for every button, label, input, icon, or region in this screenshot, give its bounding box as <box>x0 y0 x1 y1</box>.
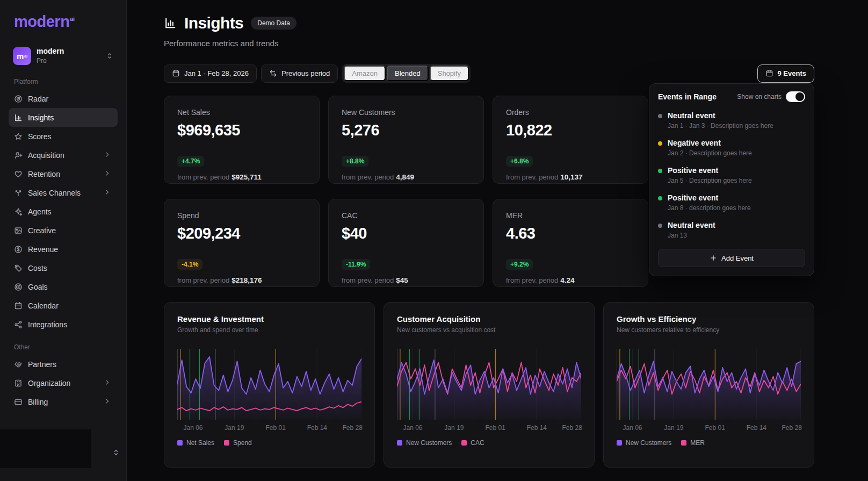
sidebar-item-label: Scores <box>28 132 52 141</box>
x-axis-tick: Jan 06 <box>623 424 642 432</box>
legend-item: MER <box>681 439 705 447</box>
share-icon <box>14 320 23 329</box>
x-axis-tick: Feb 01 <box>705 424 725 432</box>
kpi-change-badge: +8.8% <box>342 156 368 167</box>
sidebar-item-sales-channels[interactable]: Sales Channels <box>9 183 118 202</box>
app-logo: modernai <box>9 10 118 31</box>
sidebar-item-organization[interactable]: Organization <box>9 374 118 392</box>
chart-subtitle: Growth and spend over time <box>177 326 361 334</box>
segment-blended[interactable]: Blended <box>387 66 429 81</box>
kpi-value: $40 <box>342 225 471 242</box>
user-plus-icon <box>14 151 23 160</box>
sidebar-item-label: Insights <box>28 113 54 122</box>
show-on-charts-control: Show on charts <box>737 91 805 102</box>
sidebar-item-radar[interactable]: Radar <box>9 89 118 108</box>
legend-item: New Customers <box>397 439 452 447</box>
sidebar-item-billing[interactable]: Billing <box>9 392 118 411</box>
add-event-label: Add Event <box>721 254 754 262</box>
x-axis-tick: Feb 14 <box>307 424 327 432</box>
add-event-button[interactable]: Add Event <box>658 249 805 267</box>
event-list-item[interactable]: Neutral eventJan 1 - Jan 3 · Description… <box>658 106 805 134</box>
demo-data-badge: Demo Data <box>251 17 296 30</box>
x-axis-tick: Jan 19 <box>444 424 464 432</box>
segment-shopify[interactable]: Shopify <box>430 66 469 81</box>
event-meta: Jan 2 · Description goes here <box>668 149 752 157</box>
chart-subtitle: New customers relative to efficiency <box>617 326 801 334</box>
sidebar-item-calendar[interactable]: Calendar <box>9 296 118 315</box>
event-list-item[interactable]: Positive eventJan 5 · Description goes h… <box>658 161 805 189</box>
sidebar-item-label: Radar <box>28 95 48 103</box>
previous-period-button[interactable]: Previous period <box>261 64 338 83</box>
chevrons-up-down-icon <box>106 52 113 60</box>
kpi-prev-period: from prev. period$218,176 <box>177 276 306 284</box>
chart-card-growth-vs-efficiency: Growth vs EfficiencyNew customers relati… <box>603 302 814 468</box>
sidebar-item-acquisition[interactable]: Acquisition <box>9 146 118 164</box>
sidebar-item-label: Agents <box>28 207 52 216</box>
event-list-item[interactable]: Neutral eventJan 13 <box>658 216 805 243</box>
kpi-prev-period: from prev. period$925,711 <box>177 173 306 181</box>
positive-event-dot <box>658 169 662 173</box>
sidebar-item-creative[interactable]: Creative <box>9 221 118 240</box>
target-icon <box>14 283 23 291</box>
event-meta: Jan 5 · Description goes here <box>668 177 752 184</box>
event-title: Positive event <box>668 166 752 175</box>
event-title: Negative event <box>668 139 752 147</box>
split-icon <box>14 189 23 197</box>
legend-item: Spend <box>224 439 252 447</box>
star-icon <box>14 132 23 141</box>
chevron-right-icon <box>104 189 112 197</box>
kpi-prev-period: from prev. period4.24 <box>506 276 635 284</box>
workspace-switcher[interactable]: mai modern Pro <box>9 44 118 68</box>
positive-event-dot <box>658 196 662 200</box>
legend-swatch <box>681 440 686 446</box>
sidebar-item-insights[interactable]: Insights <box>9 108 118 127</box>
charts-row: Revenue & InvestmentGrowth and spend ove… <box>164 302 814 468</box>
events-button[interactable]: 9 Events <box>757 64 814 83</box>
kpi-prev-label: from prev. period <box>342 276 394 284</box>
kpi-prev-label: from prev. period <box>177 173 229 181</box>
events-list: Neutral eventJan 1 - Jan 3 · Description… <box>658 106 805 243</box>
sidebar-item-integrations[interactable]: Integrations <box>9 315 118 334</box>
kpi-prev-value: $45 <box>396 276 408 284</box>
workspace-initial-sup: ai <box>24 54 27 58</box>
chart-plot <box>177 349 361 420</box>
show-on-charts-toggle[interactable] <box>786 91 805 102</box>
sidebar-item-agents[interactable]: Agents <box>9 202 118 221</box>
kpi-label: Spend <box>177 211 306 220</box>
sidebar-item-revenue[interactable]: Revenue <box>9 240 118 259</box>
chart-subtitle: New customers vs acquisition cost <box>397 326 581 334</box>
sidebar-item-label: Billing <box>28 398 48 406</box>
chart-x-axis: Jan 06Jan 19Feb 01Feb 14Feb 28 <box>617 424 801 432</box>
sidebar-item-label: Costs <box>28 264 47 272</box>
date-range-button[interactable]: Jan 1 - Feb 28, 2026 <box>164 64 257 83</box>
sidebar-item-retention[interactable]: Retention <box>9 164 118 183</box>
sidebar-footer-panel <box>0 429 91 468</box>
kpi-label: MER <box>506 211 635 220</box>
building-icon <box>14 379 23 387</box>
credit-card-icon <box>14 398 23 406</box>
nav-section-label: Platform <box>14 78 112 85</box>
sidebar-collapse-button[interactable] <box>112 449 120 456</box>
kpi-prev-value: 10,137 <box>560 173 582 181</box>
sidebar-nav: PlatformRadarInsightsScoresAcquisitionRe… <box>9 78 118 411</box>
chart-x-axis: Jan 06Jan 19Feb 01Feb 14Feb 28 <box>397 424 581 432</box>
legend-swatch <box>617 440 622 446</box>
sidebar-item-costs[interactable]: Costs <box>9 259 118 277</box>
kpi-prev-value: 4.24 <box>560 276 574 284</box>
kpi-prev-label: from prev. period <box>506 173 558 181</box>
kpi-card-net-sales: Net Sales$969,635+4.7%from prev. period$… <box>164 96 320 184</box>
toggle-knob <box>795 92 804 101</box>
chart-title: Revenue & Investment <box>177 314 361 324</box>
sidebar-item-goals[interactable]: Goals <box>9 277 118 296</box>
event-body: Neutral eventJan 13 <box>668 221 715 239</box>
event-meta: Jan 1 - Jan 3 · Description goes here <box>668 122 773 130</box>
chart-x-axis: Jan 06Jan 19Feb 01Feb 14Feb 28 <box>177 424 361 432</box>
sidebar-item-scores[interactable]: Scores <box>9 127 118 146</box>
chart-legend: Net SalesSpend <box>177 439 361 447</box>
sidebar-item-partners[interactable]: Partners <box>9 355 118 374</box>
segment-amazon[interactable]: Amazon <box>344 66 386 81</box>
event-body: Negative eventJan 2 · Description goes h… <box>668 139 752 157</box>
event-list-item[interactable]: Negative eventJan 2 · Description goes h… <box>658 134 805 161</box>
event-list-item[interactable]: Positive eventJan 8 · description goes h… <box>658 189 805 216</box>
x-axis-tick: Feb 01 <box>265 424 285 432</box>
